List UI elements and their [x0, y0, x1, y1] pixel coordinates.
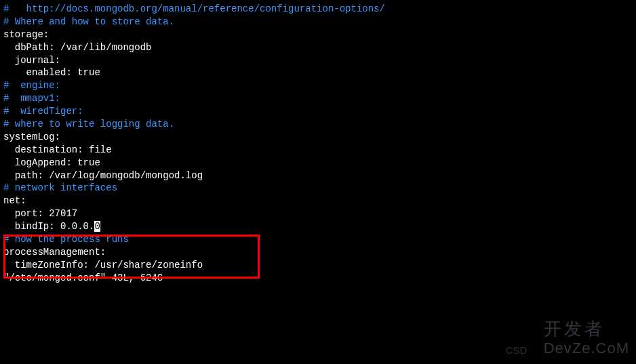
- watermark: CSD 开发者 DevZe.CoM: [544, 317, 629, 359]
- config-comment-mmapv1: # mmapv1:: [3, 92, 636, 105]
- watermark-csdn: CSD: [506, 344, 528, 357]
- config-comment-storage: # Where and how to store data.: [3, 16, 636, 28]
- config-comment-engine: # engine:: [3, 79, 636, 92]
- config-key-processmanagement: processManagement:: [3, 246, 636, 259]
- config-key-destination: destination: file: [3, 144, 636, 157]
- cursor-position: 0: [94, 221, 100, 232]
- watermark-en: DevZe.CoM: [544, 338, 629, 359]
- config-key-port: port: 27017: [3, 207, 636, 220]
- config-key-bindip: bindIp: 0.0.0.0: [3, 220, 636, 233]
- config-comment-wiredtiger: # wiredTiger:: [3, 105, 636, 118]
- vim-status-line: "/etc/mongod.conf" 43L, 624C: [3, 272, 636, 285]
- config-key-storage: storage:: [3, 28, 636, 41]
- config-key-journal-enabled: enabled: true: [3, 66, 636, 79]
- editor-content[interactable]: # http://docs.mongodb.org/manual/referen…: [3, 3, 636, 285]
- config-comment-process: # how the process runs: [3, 233, 636, 246]
- config-comment-docs-url: # http://docs.mongodb.org/manual/referen…: [3, 3, 636, 16]
- config-key-logappend: logAppend: true: [3, 157, 636, 169]
- config-key-net: net:: [3, 195, 636, 207]
- config-comment-network: # network interfaces: [3, 182, 636, 195]
- config-key-logpath: path: /var/log/mongodb/mongod.log: [3, 169, 636, 182]
- config-key-systemlog: systemLog:: [3, 131, 636, 144]
- config-key-journal: journal:: [3, 54, 636, 67]
- watermark-zh: 开发者: [544, 319, 605, 339]
- config-key-dbpath: dbPath: /var/lib/mongodb: [3, 41, 636, 54]
- config-comment-logging: # where to write logging data.: [3, 118, 636, 131]
- config-key-timezoneinfo: timeZoneInfo: /usr/share/zoneinfo: [3, 259, 636, 272]
